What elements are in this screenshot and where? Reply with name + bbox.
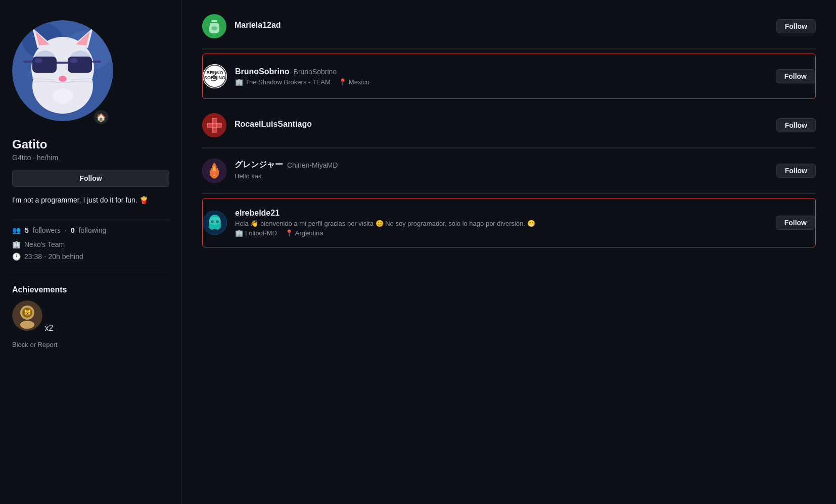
dot-separator: · [65, 226, 67, 234]
block-report-link[interactable]: Block or Report [12, 341, 169, 348]
location-meta-elrebelde: 📍 Argentina [285, 229, 323, 237]
display-name-brunosobrino: BrunoSobrino [235, 67, 290, 76]
user-card-elrebelde: elrebelde21 Hola 👋 bienvenido a mi perfi… [202, 198, 816, 247]
avatar-chinen [202, 159, 226, 183]
users-list: Mariela12ad Follow BRUNO SOBRINO [202, 0, 816, 247]
svg-rect-30 [211, 20, 217, 22]
display-name-chinen: グレンジャー [235, 160, 283, 170]
svg-rect-15 [92, 61, 101, 63]
user-name-row-rocael: RocaelLuisSantiago [235, 120, 776, 129]
follow-button-elrebelde[interactable]: Follow [776, 216, 815, 230]
user-card-mariela: Mariela12ad Follow [202, 4, 816, 49]
profile-handle: G4tito · he/him [12, 154, 169, 162]
svg-point-28 [20, 321, 34, 329]
achievements-section: Achievements 😸 x2 [12, 285, 169, 333]
user-info-rocael: RocaelLuisSantiago [235, 120, 776, 131]
team-meta-brunosobrino: 🏢 The Shadow Brokers - TEAM [235, 78, 331, 86]
user-bio-chinen: Hello kak [235, 172, 776, 180]
team-meta-elrebelde: 🏢 Lolibot-MD [235, 229, 277, 237]
user-info-brunosobrino: BrunoSobrino BrunoSobrino 🏢 The Shadow B… [235, 67, 776, 86]
location-icon-elrebelde: 📍 [285, 229, 293, 237]
team-meta: 🏢 Neko's Team [12, 240, 169, 248]
people-icon: 👥 [12, 226, 21, 234]
svg-point-23 [53, 88, 73, 104]
user-info-elrebelde: elrebelde21 Hola 👋 bienvenido a mi perfi… [235, 209, 776, 237]
location-meta-brunosobrino: 📍 Mexico [339, 78, 369, 86]
svg-rect-38 [207, 123, 221, 127]
user-card-chinen: グレンジャー Chinen-MiyaMD Hello kak Follow [202, 148, 816, 194]
stats-row: 👥 5 followers · 0 following [12, 226, 169, 234]
user-row-brunosobrino: BRUNO SOBRINO BrunoSobrino BrunoSobrino [203, 54, 815, 98]
team-name: Neko's Team [24, 240, 65, 248]
user-info-mariela: Mariela12ad [235, 21, 776, 32]
display-name-elrebelde: elrebelde21 [235, 209, 280, 218]
avatar-brunosobrino: BRUNO SOBRINO [203, 64, 227, 88]
user-row-rocael: RocaelLuisSantiago Follow [202, 103, 816, 148]
user-card-brunosobrino: BRUNO SOBRINO BrunoSobrino BrunoSobrino [202, 54, 816, 99]
user-name-row-chinen: グレンジャー Chinen-MiyaMD [235, 160, 776, 170]
login-chinen: Chinen-MiyaMD [287, 161, 338, 169]
user-meta-elrebelde: 🏢 Lolibot-MD 📍 Argentina [235, 229, 776, 237]
user-card-rocael: RocaelLuisSantiago Follow [202, 103, 816, 148]
following-label: following [79, 226, 106, 234]
follow-button-chinen[interactable]: Follow [776, 164, 816, 178]
login-brunosobrino: BrunoSobrino [294, 68, 337, 76]
achievements-divider [12, 271, 169, 271]
achievement-badge: 😸 [12, 300, 42, 331]
svg-point-17 [70, 58, 78, 63]
clock-icon: 🕐 [12, 253, 20, 261]
user-bio-elrebelde: Hola 👋 bienvenido a mi perfil gracias po… [235, 220, 776, 227]
avatar-elrebelde [203, 211, 227, 235]
svg-point-42 [212, 171, 216, 175]
building-icon: 🏢 [12, 240, 20, 248]
follow-button-brunosobrino[interactable]: Follow [776, 69, 815, 83]
svg-point-18 [59, 76, 67, 82]
avatar-mariela [202, 14, 226, 38]
user-name-row-elrebelde: elrebelde21 [235, 209, 776, 218]
user-name-row-mariela: Mariela12ad [235, 21, 776, 30]
followers-count: 5 [25, 226, 29, 234]
main-content: Mariela12ad Follow BRUNO SOBRINO [182, 0, 836, 504]
display-name-mariela: Mariela12ad [235, 21, 281, 30]
svg-rect-14 [23, 61, 32, 63]
building-icon-bruno: 🏢 [235, 78, 243, 86]
svg-point-16 [34, 58, 42, 63]
user-meta-brunosobrino: 🏢 The Shadow Brokers - TEAM 📍 Mexico [235, 78, 776, 86]
follow-button-rocael[interactable]: Follow [776, 118, 816, 132]
badge-count: x2 [44, 324, 53, 332]
svg-point-46 [209, 217, 221, 225]
divider [12, 220, 169, 220]
svg-rect-13 [57, 62, 69, 64]
profile-avatar [12, 20, 113, 121]
building-icon-elrebelde: 🏢 [235, 229, 243, 237]
location-icon-bruno: 📍 [339, 78, 347, 86]
time-info: 23:38 - 20h behind [24, 253, 83, 261]
user-row-chinen: グレンジャー Chinen-MiyaMD Hello kak Follow [202, 148, 816, 193]
profile-name: Gatito [12, 137, 169, 152]
svg-text:😸: 😸 [24, 309, 31, 316]
display-name-rocael: RocaelLuisSantiago [235, 120, 312, 129]
achievements-title: Achievements [12, 285, 169, 294]
user-row-elrebelde: elrebelde21 Hola 👋 bienvenido a mi perfi… [203, 198, 815, 247]
user-row-mariela: Mariela12ad Follow [202, 4, 816, 49]
time-meta: 🕐 23:38 - 20h behind [12, 253, 169, 261]
avatar-rocael [202, 113, 226, 137]
user-info-chinen: グレンジャー Chinen-MiyaMD Hello kak [235, 160, 776, 182]
svg-point-31 [211, 26, 217, 30]
profile-bio: I'm not a programmer, I just do it for f… [12, 195, 169, 206]
following-count: 0 [71, 226, 75, 234]
follow-main-button[interactable]: Follow [12, 170, 169, 187]
followers-label: followers [33, 226, 61, 234]
user-name-row-brunosobrino: BrunoSobrino BrunoSobrino [235, 67, 776, 76]
follow-button-mariela[interactable]: Follow [776, 19, 816, 33]
sidebar: 🏠 Gatito G4tito · he/him Follow I'm not … [0, 0, 182, 504]
home-badge: 🏠 [93, 109, 109, 125]
